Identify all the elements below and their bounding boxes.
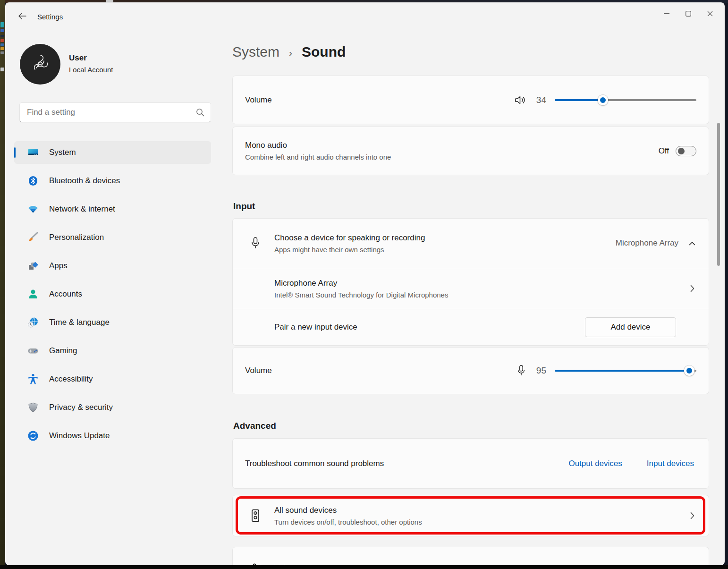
input-devices-link[interactable]: Input devices	[647, 459, 694, 468]
input-volume-slider[interactable]	[555, 365, 696, 376]
main-content: System › Sound Volume 34 Mono aud	[232, 2, 709, 565]
all-sound-devices-title: All sound devices	[274, 506, 422, 515]
scrollbar-thumb[interactable]	[717, 123, 720, 266]
settings-window: Settings	[5, 2, 725, 565]
choose-input-device-subtitle: Apps might have their own settings	[274, 246, 425, 254]
search-icon	[196, 108, 204, 117]
person-icon	[27, 288, 39, 300]
input-volume-control: 95	[516, 365, 709, 377]
sidebar-item-label: Privacy & security	[49, 403, 113, 412]
brush-icon	[27, 231, 39, 244]
mono-audio-subtitle: Combine left and right audio channels in…	[245, 153, 391, 161]
sidebar-item-accounts[interactable]: Accounts	[14, 283, 211, 306]
gamepad-icon	[27, 345, 39, 357]
razer-logo-icon	[26, 51, 54, 78]
troubleshoot-card: Troubleshoot common sound problems Outpu…	[232, 438, 709, 489]
input-device-selected-value: Microphone Array	[616, 238, 678, 248]
accessibility-person-icon	[27, 373, 39, 385]
account-header[interactable]: User Local Account	[14, 42, 211, 87]
speaker-icon	[514, 94, 526, 106]
desktop-wallpaper-bottom	[0, 565, 728, 569]
breadcrumb: System › Sound	[232, 44, 346, 60]
output-volume-slider[interactable]	[555, 95, 696, 105]
sidebar-item-system[interactable]: System	[14, 141, 211, 164]
microphone-array-description: Intel® Smart Sound Technology for Digita…	[274, 291, 448, 299]
input-volume-card: Volume 95	[232, 347, 709, 394]
desktop-icon	[0, 43, 4, 46]
desktop-icon	[0, 39, 4, 42]
output-devices-link[interactable]: Output devices	[568, 459, 622, 468]
account-type: Local Account	[69, 66, 113, 74]
microphone-icon	[516, 365, 526, 377]
shield-icon	[27, 401, 39, 414]
input-device-group: Choose a device for speaking or recordin…	[232, 218, 709, 346]
slider-fill	[555, 370, 689, 372]
system-icon	[27, 146, 39, 159]
sidebar-item-label: Time & language	[49, 318, 110, 327]
sidebar-item-label: System	[49, 148, 76, 157]
sidebar-item-time-language[interactable]: Time & language	[14, 311, 211, 334]
sidebar-item-privacy-security[interactable]: Privacy & security	[14, 396, 211, 419]
breadcrumb-separator: ›	[289, 47, 292, 59]
microphone-array-row[interactable]: Microphone Array Intel® Smart Sound Tech…	[233, 268, 709, 309]
slider-thumb[interactable]	[684, 365, 694, 376]
output-volume-value: 34	[534, 95, 546, 105]
choose-input-device-row[interactable]: Choose a device for speaking or recordin…	[233, 219, 709, 268]
volume-mixer-card[interactable]: Volume mixer	[232, 547, 709, 565]
avatar	[20, 44, 60, 85]
all-sound-devices-card[interactable]: All sound devices Turn devices on/off, t…	[232, 495, 709, 536]
desktop-icon	[0, 51, 4, 54]
input-section-header: Input	[233, 201, 255, 212]
input-volume-value: 95	[534, 365, 546, 376]
troubleshoot-label: Troubleshoot common sound problems	[245, 459, 384, 468]
output-volume-control: 34	[514, 94, 709, 106]
microphone-icon	[249, 237, 262, 250]
update-icon	[27, 430, 39, 442]
sidebar-item-gaming[interactable]: Gaming	[14, 340, 211, 362]
back-button[interactable]	[13, 8, 32, 24]
sidebar-nav: System Bluetooth & devices Network & int…	[14, 141, 211, 447]
sidebar-item-label: Apps	[49, 261, 68, 271]
account-name: User	[69, 53, 87, 63]
toggle-knob	[678, 148, 685, 154]
sidebar: User Local Account System Bluetooth & de…	[14, 42, 211, 453]
choose-input-device-title: Choose a device for speaking or recordin…	[274, 233, 425, 243]
back-icon	[18, 13, 26, 19]
chevron-right-icon	[690, 564, 709, 565]
all-sound-devices-icon	[249, 509, 262, 522]
desktop-icon	[0, 47, 4, 50]
sidebar-item-accessibility[interactable]: Accessibility	[14, 368, 211, 391]
desktop-icon	[0, 22, 4, 27]
sidebar-item-apps[interactable]: Apps	[14, 255, 211, 277]
sidebar-item-windows-update[interactable]: Windows Update	[14, 425, 211, 447]
desktop-wallpaper-left	[0, 0, 5, 569]
microphone-array-name: Microphone Array	[274, 279, 448, 288]
breadcrumb-system[interactable]: System	[232, 44, 279, 60]
desktop-icon	[0, 35, 4, 37]
window-title: Settings	[37, 13, 63, 21]
slider-fill	[555, 99, 603, 101]
chevron-up-icon	[689, 241, 695, 246]
chevron-right-icon	[690, 512, 709, 519]
input-device-combo[interactable]: Microphone Array	[616, 238, 709, 248]
sidebar-item-personalization[interactable]: Personalization	[14, 226, 211, 249]
output-volume-label: Volume	[245, 95, 272, 105]
chevron-right-icon	[690, 285, 709, 292]
volume-mixer-icon	[249, 561, 262, 565]
sidebar-item-label: Accessibility	[49, 374, 93, 384]
sidebar-item-label: Personalization	[49, 233, 104, 242]
pair-input-device-row: Pair a new input device Add device	[233, 309, 709, 345]
sidebar-item-network-internet[interactable]: Network & internet	[14, 198, 211, 221]
sidebar-item-label: Network & internet	[49, 204, 115, 214]
bluetooth-icon	[27, 175, 39, 187]
slider-thumb[interactable]	[598, 95, 608, 105]
mono-audio-toggle[interactable]	[676, 146, 696, 156]
sidebar-item-label: Bluetooth & devices	[49, 176, 120, 186]
search-input[interactable]	[20, 103, 211, 122]
sidebar-item-label: Windows Update	[49, 431, 110, 441]
all-sound-devices-subtitle: Turn devices on/off, troubleshoot, other…	[274, 518, 422, 526]
sidebar-item-bluetooth-devices[interactable]: Bluetooth & devices	[14, 170, 211, 192]
globe-clock-icon	[27, 316, 39, 329]
add-device-button[interactable]: Add device	[585, 317, 676, 337]
wifi-icon	[27, 203, 39, 215]
